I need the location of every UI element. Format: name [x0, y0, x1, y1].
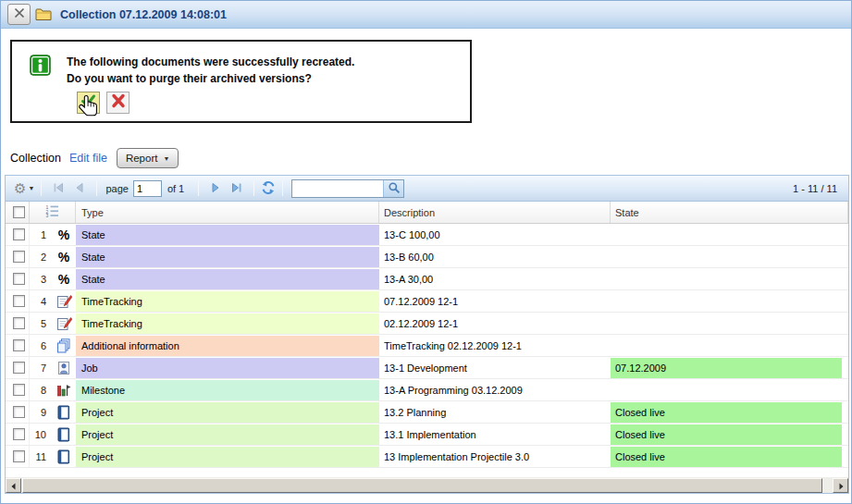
type-value: State	[76, 269, 379, 289]
table-row[interactable]: 8Milestone13-A Programming 03.12.2009	[6, 379, 848, 401]
row-number: 7	[30, 363, 52, 374]
refresh-button[interactable]	[261, 180, 276, 197]
edit-file-link[interactable]: Edit file	[69, 152, 107, 165]
scroll-right-button[interactable]	[833, 478, 848, 493]
state-value: 07.12.2009	[611, 358, 842, 378]
percent-icon: %	[52, 250, 76, 264]
description-cell: 02.12.2009 12-1	[379, 318, 611, 329]
row-checkbox[interactable]	[13, 450, 25, 462]
table-row[interactable]: 4TimeTracking07.12.2009 12-1	[6, 290, 848, 313]
type-cell: Project	[76, 401, 379, 423]
state-value: Closed live	[611, 402, 842, 423]
search-box	[291, 179, 404, 198]
close-icon	[13, 6, 26, 23]
column-header-type[interactable]: Type	[76, 202, 379, 223]
table-row[interactable]: 5TimeTracking02.12.2009 12-1	[6, 313, 848, 335]
first-page-icon	[53, 182, 65, 195]
row-checkbox[interactable]	[13, 317, 25, 329]
table-row[interactable]: 7Job13-1 Development07.12.2009	[6, 357, 848, 379]
confirm-yes-button[interactable]	[77, 92, 100, 114]
report-button[interactable]: Report ▼	[117, 148, 179, 168]
row-number: 3	[30, 274, 52, 285]
state-cell	[611, 313, 848, 334]
row-number: 4	[30, 296, 52, 307]
close-button[interactable]	[7, 4, 31, 25]
row-checkbox[interactable]	[13, 295, 25, 307]
page-label: page	[105, 183, 128, 194]
select-all-checkbox[interactable]	[13, 206, 25, 218]
percent-icon: %	[52, 227, 76, 242]
prev-page-icon	[74, 182, 85, 195]
description-cell: 13-B 60,00	[379, 252, 611, 263]
book-icon	[52, 449, 76, 464]
row-checkbox-cell	[6, 335, 30, 356]
percent-icon: %	[52, 272, 76, 287]
table-row[interactable]: 10Project13.1 ImplementationClosed live	[6, 424, 848, 446]
row-checkbox[interactable]	[13, 406, 25, 418]
type-cell: Additional information	[76, 335, 379, 356]
page-count-label: of 1	[167, 183, 184, 194]
window-title: Collection 07.12.2009 14:08:01	[60, 8, 227, 21]
time-note-icon	[52, 316, 76, 331]
type-value: Job	[76, 358, 379, 378]
state-cell	[611, 268, 848, 289]
row-number: 2	[30, 252, 52, 263]
chevron-down-icon: ▼	[163, 155, 169, 162]
horizontal-scrollbar[interactable]	[6, 477, 848, 493]
next-page-button[interactable]	[210, 182, 221, 195]
row-checkbox-cell	[6, 290, 30, 312]
description-cell: 13-C 100,00	[379, 229, 611, 240]
row-checkbox[interactable]	[13, 339, 25, 351]
row-number: 1	[30, 229, 52, 240]
row-checkbox-cell	[6, 446, 30, 467]
description-cell: 13-A 30,00	[379, 274, 611, 285]
type-value: Additional information	[76, 336, 379, 356]
row-checkbox[interactable]	[13, 428, 25, 440]
state-cell	[611, 224, 848, 245]
row-checkbox[interactable]	[13, 384, 25, 396]
table-row[interactable]: 3%State13-A 30,00	[6, 268, 848, 290]
table-row[interactable]: 2%State13-B 60,00	[6, 246, 848, 268]
row-checkbox-cell	[6, 401, 30, 423]
table-row[interactable]: 9Project13.2 PlanningClosed live	[6, 401, 848, 424]
page-number-input[interactable]	[133, 180, 162, 197]
row-checkbox[interactable]	[13, 251, 25, 263]
type-cell: Milestone	[76, 379, 379, 400]
row-checkbox[interactable]	[13, 273, 25, 285]
list-numbers-icon: 1 2 3	[45, 204, 59, 220]
column-header-description[interactable]: Description	[379, 202, 611, 223]
description-cell: 13-1 Development	[379, 363, 611, 374]
red-x-icon	[110, 93, 127, 112]
prev-page-button[interactable]	[74, 182, 85, 195]
settings-menu-button[interactable]: ⚙ ▼	[14, 181, 34, 195]
row-number: 10	[30, 429, 52, 440]
type-value: Milestone	[76, 380, 379, 400]
state-cell: Closed live	[611, 446, 848, 467]
scrollbar-thumb[interactable]	[22, 478, 822, 493]
column-header-state[interactable]: State	[611, 202, 848, 223]
first-page-button[interactable]	[53, 182, 65, 195]
row-checkbox[interactable]	[13, 228, 25, 240]
type-cell: Project	[76, 446, 379, 467]
type-value: State	[76, 247, 379, 267]
row-number: 11	[30, 451, 52, 462]
table-row[interactable]: 11Project13 Implementation Projectile 3.…	[6, 446, 848, 468]
time-note-icon	[52, 294, 76, 309]
row-checkbox[interactable]	[13, 362, 25, 374]
table-row[interactable]: 6Additional informationTimeTracking 02.1…	[6, 335, 848, 357]
table-row[interactable]: 1%State13-C 100,00	[6, 224, 848, 246]
dialog-message-line2: Do you want to purge their archived vers…	[67, 70, 354, 87]
state-cell	[611, 246, 848, 267]
description-cell: 13.2 Planning	[379, 407, 611, 418]
confirm-no-button[interactable]	[106, 92, 130, 114]
row-number: 9	[30, 407, 52, 418]
search-input[interactable]	[292, 181, 383, 196]
row-checkbox-cell	[6, 357, 30, 378]
scroll-left-button[interactable]	[6, 478, 21, 493]
last-page-button[interactable]	[230, 182, 242, 195]
svg-text:3: 3	[46, 213, 49, 218]
row-checkbox-cell	[6, 246, 30, 267]
search-button[interactable]	[383, 180, 403, 197]
folder-icon	[35, 7, 53, 25]
type-value: TimeTracking	[76, 313, 379, 334]
